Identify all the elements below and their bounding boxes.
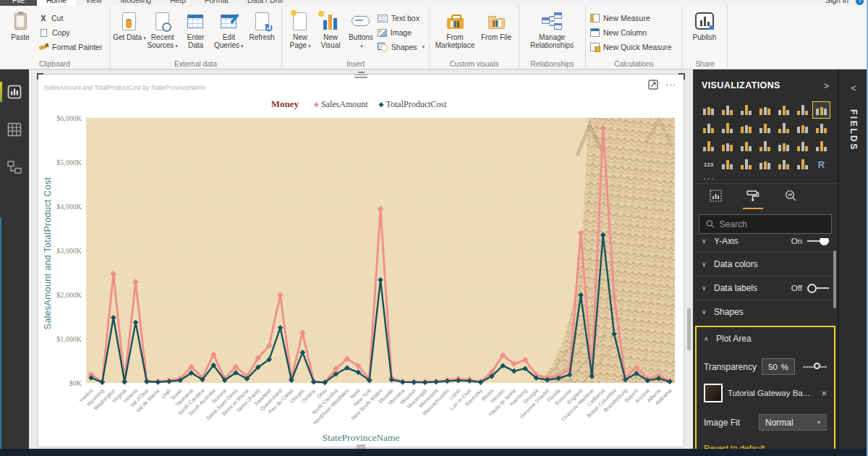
sign-in-link[interactable]: Sign in: [825, 0, 848, 6]
enter-data-button[interactable]: Enter Data: [179, 9, 213, 56]
selection-corner-top-left[interactable]: [37, 73, 43, 80]
viz-type-funnel[interactable]: [793, 138, 812, 155]
fields-pane-collapsed[interactable]: < FIELDS: [838, 69, 868, 456]
data-labels-toggle[interactable]: [807, 284, 829, 293]
collapse-pane-icon[interactable]: >: [823, 80, 829, 91]
chart-plot[interactable]: $6,000K$5,000K$4,000K$3,000K$2,000K$1,00…: [38, 112, 685, 435]
viz-type-treemap[interactable]: [737, 138, 755, 155]
report-canvas[interactable]: ··· SalesAmount and TotalProductCost by …: [29, 69, 693, 456]
viz-type-line-chart[interactable]: [812, 101, 830, 119]
recent-sources-button[interactable]: Recent Sources▾: [146, 9, 179, 56]
viz-type-matrix[interactable]: [793, 156, 812, 173]
new-visual-icon: [323, 12, 337, 30]
section-data-labels[interactable]: ∨ Data labels Off: [693, 276, 838, 300]
new-quick-measure-label: New Quick Measure: [603, 43, 672, 51]
selection-corner-top-right[interactable]: [678, 73, 685, 80]
transparency-slider[interactable]: [803, 366, 827, 368]
more-options-icon[interactable]: ···: [665, 83, 676, 87]
help-icon[interactable]: ?: [856, 0, 864, 5]
edit-queries-button[interactable]: Edit Queries▾: [212, 9, 245, 56]
tab-file[interactable]: File: [0, 0, 37, 6]
legend-item-totalproductcost[interactable]: ◆TotalProductCost: [379, 99, 447, 109]
tab-format[interactable]: Format: [195, 0, 238, 6]
viz-type-ribbon-chart[interactable]: [775, 119, 793, 137]
format-search[interactable]: [699, 214, 832, 234]
viz-type-clustered-column-chart[interactable]: [756, 101, 774, 119]
viz-type-stacked-bar-chart[interactable]: [699, 101, 718, 119]
image-fit-dropdown[interactable]: Normal ▾: [759, 414, 827, 431]
pane-scrollbar-thumb[interactable]: [833, 250, 836, 308]
viz-type-map[interactable]: [756, 138, 774, 155]
viz-type-gauge[interactable]: [812, 138, 830, 155]
section-shapes[interactable]: ∨ Shapes: [693, 300, 838, 324]
line-chart-visual[interactable]: ··· SalesAmount and TotalProductCost by …: [38, 74, 684, 447]
viz-type-table[interactable]: [775, 156, 793, 173]
new-visual-button[interactable]: New Visual: [315, 9, 346, 56]
chart-legend: Money ◆SalesAmount ◆TotalProductCost: [38, 98, 684, 110]
viz-type-stacked-column-chart[interactable]: [718, 101, 736, 119]
tab-view[interactable]: View: [76, 0, 111, 6]
tab-modeling[interactable]: Modeling: [111, 0, 161, 6]
publish-button[interactable]: Publish: [686, 9, 723, 56]
tab-fields[interactable]: [707, 190, 724, 209]
remove-image-icon[interactable]: ×: [821, 388, 827, 399]
expand-fields-icon[interactable]: <: [839, 83, 868, 93]
tab-help[interactable]: Help: [161, 0, 195, 6]
image-button[interactable]: Image: [378, 27, 425, 39]
new-column-button[interactable]: New Column: [590, 27, 678, 39]
from-marketplace-button[interactable]: From Marketplace: [433, 9, 477, 56]
text-box-label: Text box: [391, 14, 420, 22]
section-plot-area[interactable]: ∧ Plot Area: [697, 327, 834, 350]
more-visuals-icon[interactable]: ...: [693, 173, 838, 183]
viz-type-100-stacked-bar-chart[interactable]: [775, 101, 793, 119]
text-box-button[interactable]: Text box: [378, 12, 425, 25]
format-painter-button[interactable]: Format Painter: [39, 41, 102, 54]
tab-analytics[interactable]: [782, 190, 799, 209]
viz-type-r-script[interactable]: R: [812, 156, 830, 173]
canvas-scrollbar-thumb[interactable]: [687, 308, 691, 350]
sidebar-item-model-view[interactable]: [0, 152, 29, 182]
viz-type-clustered-bar-chart[interactable]: [737, 101, 755, 119]
viz-type-area-chart[interactable]: [699, 119, 718, 137]
focus-mode-icon[interactable]: [648, 80, 658, 90]
paste-button[interactable]: Paste: [3, 9, 38, 56]
sidebar-item-report-view[interactable]: [0, 77, 29, 107]
viz-type-multi-row-card[interactable]: [718, 156, 736, 173]
background-image-thumbnail[interactable]: [704, 384, 723, 402]
ribbon-group-share: Publish Share: [683, 6, 728, 69]
transparency-slider-knob[interactable]: [814, 363, 820, 369]
legend-item-salesamount[interactable]: ◆SalesAmount: [314, 99, 368, 109]
viz-type-scatter-chart[interactable]: [812, 119, 830, 137]
visual-drag-handle-icon[interactable]: [354, 72, 367, 78]
new-quick-measure-button[interactable]: New Quick Measure: [590, 41, 678, 54]
manage-relationships-button[interactable]: Manage Relationships: [522, 9, 582, 56]
viz-type-donut-chart[interactable]: [718, 138, 736, 155]
cut-button[interactable]: Cut: [39, 12, 102, 25]
get-data-button[interactable]: Get Data▾: [113, 9, 146, 56]
shapes-button[interactable]: Shapes▾: [378, 41, 425, 54]
new-page-button[interactable]: New Page▾: [285, 9, 315, 56]
viz-type-stacked-area-chart[interactable]: [718, 119, 736, 137]
section-y-axis[interactable]: ∨ Y-Axis On: [693, 238, 838, 252]
copy-button[interactable]: Copy: [39, 27, 102, 39]
tab-home[interactable]: Home: [37, 0, 76, 6]
from-file-button[interactable]: From File: [477, 9, 515, 56]
search-input[interactable]: [720, 219, 825, 229]
transparency-input[interactable]: 50 %: [762, 358, 795, 375]
refresh-button[interactable]: ↻ Refresh: [245, 9, 278, 56]
new-measure-button[interactable]: New Measure: [590, 12, 678, 25]
viz-type-filled-map[interactable]: [775, 138, 793, 155]
tab-format[interactable]: [744, 190, 762, 209]
viz-type-100-stacked-column-chart[interactable]: [793, 101, 812, 119]
viz-type-kpi[interactable]: [737, 156, 755, 173]
viz-type-line-clustered-column-chart[interactable]: [737, 119, 755, 137]
viz-type-pie-chart[interactable]: [699, 138, 718, 155]
viz-type-waterfall-chart[interactable]: [793, 119, 812, 137]
section-data-colors[interactable]: ∨ Data colors: [693, 252, 838, 276]
tab-data-drill[interactable]: Data / Drill: [238, 0, 292, 6]
buttons-button[interactable]: Buttons▾: [346, 9, 376, 56]
y-axis-toggle[interactable]: [807, 238, 829, 245]
sidebar-item-data-view[interactable]: [0, 114, 29, 145]
viz-type-slicer[interactable]: [756, 156, 774, 173]
viz-type-line-stacked-column-chart[interactable]: [756, 119, 774, 137]
